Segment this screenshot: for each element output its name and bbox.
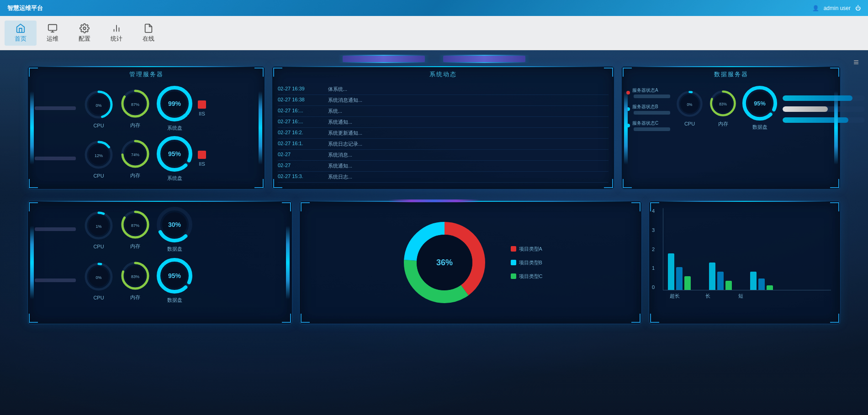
nav-config[interactable]: 配置 [69,21,101,46]
log-content-1: 系统消息通知... [328,97,609,104]
y-label-1: 1 [652,265,655,271]
label-bar-item-1 [634,95,670,98]
nav-online[interactable]: 在线 [132,21,164,46]
sub-corner-br [282,314,291,323]
data-mem-svg: 83% [708,89,738,118]
bar-2-1 [709,263,715,290]
data-server-labels: 服务器状态A 服务器状态B 服务器状态C [626,85,670,133]
sub-cpu1-label: CPU [93,244,104,249]
label-bar-2 [35,157,76,160]
log-time-1: 02-27 16:38 [278,97,328,104]
log-content-7: 系统通知... [328,163,609,169]
bar-1-2 [676,267,683,290]
bar-3-2 [758,278,765,290]
bottom-row: 1% CPU 87% 内存 [0,201,868,324]
bar-chart-area: 0 1 2 3 4 [663,208,831,290]
sysdisk-label: 系统盘 [167,175,182,182]
gear-icon [79,23,90,33]
log-time-2: 02-27 16:... [278,108,328,115]
disk-label: 系统盘 [167,125,182,131]
cpu-gauge-svg: 0% [83,89,115,121]
log-row: 02-27 16:... 系统通知... [278,117,609,128]
data-corner-tr [830,68,839,77]
label-bar-item-2 [634,111,670,115]
data-side-right [834,91,838,165]
data-cpu-label: CPU [684,121,695,126]
log-panel-title: 系统动态 [272,67,614,80]
donut-corner-bl [301,314,310,323]
log-content-6: 系统消息... [328,152,609,158]
data-disk-svg: 95% [741,85,778,121]
donut-legend: 项目类型A 项目类型B 项目类型C [511,246,543,280]
log-time-6: 02-27 [278,152,328,158]
log-table: 02-27 16:39 体系统... 02-27 16:38 系统消息通知...… [278,84,609,183]
cpu-gauge-wrapper: 0% CPU [83,89,115,128]
log-time-3: 02-27 16:... [278,119,328,126]
sub-label-bar-1 [35,227,76,231]
legend-text-1: 项目类型A [519,246,542,252]
cpu2-gauge-wrapper: 12% CPU [83,139,115,179]
logout-button[interactable]: ⏻ [855,5,861,11]
iis-status-sq [198,100,206,109]
svg-text:74%: 74% [131,152,139,157]
data-label-1: 服务器状态A [626,87,670,98]
log-content-5: 系统日志记录... [328,141,609,147]
nav-home[interactable]: 首页 [5,21,37,46]
sub-cpu1-svg: 1% [83,210,115,242]
bar-group-1 [668,253,691,290]
label-text-2: 服务器状态B [632,104,670,110]
svg-text:95%: 95% [754,100,765,107]
sub-side-right [286,226,290,299]
bar-chart-wrapper: 0 1 2 3 4 [663,208,831,299]
cpu2-gauge-svg: 12% [83,139,115,171]
mem-label: 内存 [130,122,140,129]
log-time-7: 02-27 [278,163,328,169]
mgmt-panel-inner: 0% CPU 87% 内存 [28,80,265,186]
iis-wrapper: IIS [198,100,206,116]
iis2-wrapper: IIS [198,151,206,167]
disk-gauge-wrapper: 99% 系统盘 [156,85,193,131]
sub-mem1-svg: 87% [119,209,151,241]
data-mem-wrapper: 83% 内存 [708,89,738,127]
mem2-gauge-svg: 74% [119,138,151,170]
svg-text:95%: 95% [168,150,181,158]
prog-bar-track-1 [783,95,865,101]
x-axis-labels: 超长 长 短 [663,290,831,299]
x-label-2: 长 [700,293,715,299]
nav-ops[interactable]: 运维 [37,21,69,46]
sub-cpu2-wrapper: 0% CPU [83,261,115,300]
side-bar-left [30,91,34,165]
legend-text-2: 项目类型B [519,259,542,266]
y-label-0: 0 [652,284,655,290]
app-title: 智慧运维平台 [7,4,43,12]
svg-rect-0 [48,24,57,30]
disk2-gauge-wrapper: 95% 系统盘 [156,135,193,182]
log-corner-tr [604,68,613,77]
prog-bar-track-3 [783,117,865,123]
nav-stats[interactable]: 统计 [101,21,132,46]
username: admin user [824,5,851,11]
y-label-2: 2 [652,247,655,252]
sub-mem1-wrapper: 87% 内存 [119,209,151,250]
cpu2-label: CPU [93,173,104,179]
svg-text:99%: 99% [168,100,181,107]
data-panel-inner: 服务器状态A 服务器状态B 服务器状态C [622,80,840,138]
data-side-left [624,91,628,165]
bar-3-3 [767,285,773,290]
log-content-3: 系统通知... [328,119,609,126]
sub-panel-inner: 1% CPU 87% 内存 [28,201,292,308]
nav-ops-label: 运维 [47,35,58,43]
label-bar-item-3 [634,127,670,131]
svg-point-3 [83,27,86,30]
corner-bl [29,179,38,188]
svg-text:30%: 30% [168,221,181,228]
menu-button[interactable]: ≡ [853,57,859,68]
sub-side-left [30,226,34,299]
sub-mem2-svg: 83% [119,260,151,292]
svg-text:0%: 0% [95,275,101,280]
mem2-gauge-wrapper: 74% 内存 [119,138,151,179]
sub-gauges-row2: 0% CPU 83% 内存 [35,257,285,304]
mgmt-server-title: 管理服务器 [28,67,265,80]
prog-bar-2 [783,106,865,112]
svg-text:12%: 12% [95,153,103,158]
